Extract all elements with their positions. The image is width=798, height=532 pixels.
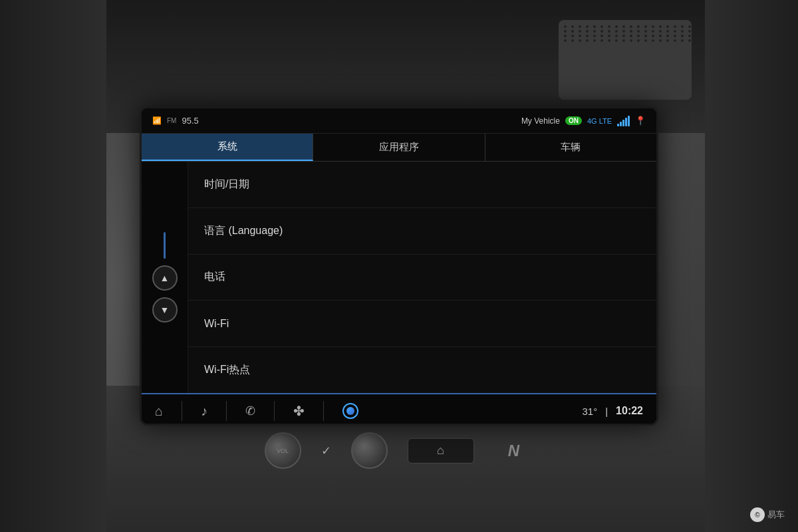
nav-divider-1 bbox=[182, 401, 182, 421]
dashboard-right-surface bbox=[705, 0, 798, 532]
speaker-dot bbox=[666, 39, 669, 42]
speaker-dot bbox=[674, 35, 676, 37]
speaker-dot bbox=[652, 35, 654, 37]
infotainment-screen: 📶 FM 95.5 My Vehicle ON 4G LTE 📍 bbox=[140, 106, 658, 426]
speaker-dot bbox=[688, 30, 691, 33]
speaker-dot bbox=[630, 35, 632, 37]
speaker-dot bbox=[637, 39, 640, 42]
volume-knob[interactable]: VOL bbox=[265, 432, 301, 469]
menu-item-datetime[interactable]: 时间/日期 bbox=[188, 162, 656, 208]
speaker-dot bbox=[600, 25, 603, 28]
speaker-dot bbox=[579, 39, 581, 42]
speaker-dot bbox=[659, 39, 662, 42]
location-icon: 📍 bbox=[635, 116, 646, 126]
speaker-dot bbox=[688, 39, 691, 42]
speaker-dot bbox=[593, 30, 596, 33]
speaker-dot bbox=[674, 39, 676, 42]
ok-knob[interactable] bbox=[351, 432, 388, 469]
nav-right-info: 31° | 10:22 bbox=[582, 405, 643, 417]
speaker-dot bbox=[659, 35, 662, 37]
speaker-dot bbox=[600, 30, 603, 33]
hardware-home-button[interactable]: ⌂ bbox=[408, 438, 474, 464]
speaker-dot bbox=[622, 35, 625, 37]
speaker-dot bbox=[644, 25, 647, 28]
speaker-dot bbox=[586, 39, 589, 42]
speaker-dot bbox=[644, 39, 647, 42]
speaker-dot bbox=[593, 25, 596, 28]
speaker-dot bbox=[644, 35, 647, 37]
speaker-dot bbox=[608, 30, 610, 33]
nav-phone-icon[interactable]: ✆ bbox=[245, 404, 255, 418]
nav-music-icon[interactable]: ♪ bbox=[201, 404, 207, 419]
status-left: 📶 FM 95.5 bbox=[152, 116, 199, 126]
speaker-dot bbox=[637, 25, 640, 28]
check-mark-icon: ✓ bbox=[321, 444, 331, 458]
signal-bar-3 bbox=[622, 120, 624, 126]
speaker-dot bbox=[615, 25, 618, 28]
tab-bar: 系统 应用程序 车辆 bbox=[142, 134, 656, 162]
speaker-dot bbox=[593, 35, 596, 37]
status-right: My Vehicle ON 4G LTE 📍 bbox=[521, 116, 646, 126]
tab-apps[interactable]: 应用程序 bbox=[313, 134, 485, 161]
speaker-dot bbox=[652, 25, 654, 28]
sidebar-indicator-top bbox=[164, 232, 166, 259]
lte-label: 4G LTE bbox=[587, 117, 612, 125]
speaker-dot bbox=[630, 25, 632, 28]
temp-time-separator: | bbox=[605, 406, 608, 417]
speaker-dot bbox=[586, 25, 589, 28]
speaker-dot bbox=[571, 39, 574, 42]
speaker-dot bbox=[564, 25, 567, 28]
speaker-dot bbox=[593, 39, 596, 42]
speaker-dot bbox=[608, 39, 610, 42]
speaker-dot bbox=[615, 39, 618, 42]
speaker-dot bbox=[586, 35, 589, 37]
speaker-dot bbox=[674, 30, 676, 33]
speaker-dot bbox=[579, 30, 581, 33]
speaker-dot bbox=[688, 25, 691, 28]
nav-icons-group: ⌂ ♪ ✆ ✤ bbox=[155, 401, 582, 421]
speaker-dot bbox=[564, 39, 567, 42]
speaker-dot bbox=[608, 35, 610, 37]
watermark-text: 易车 bbox=[767, 509, 785, 521]
speaker-dot bbox=[600, 35, 603, 37]
menu-item-language[interactable]: 语言 (Language) bbox=[188, 208, 656, 255]
car-dashboard: // Will be rendered inline below via JS … bbox=[0, 0, 798, 532]
nav-divider-3 bbox=[274, 401, 275, 421]
on-badge: ON bbox=[565, 116, 582, 125]
speaker-dot bbox=[608, 25, 610, 28]
nfc-button[interactable]: N bbox=[494, 438, 534, 464]
menu-item-phone[interactable]: 电话 bbox=[188, 255, 656, 301]
scroll-up-button[interactable]: ▲ bbox=[152, 265, 178, 291]
nav-divider-2 bbox=[226, 401, 227, 421]
speaker-dot bbox=[579, 35, 581, 37]
signal-bars bbox=[617, 116, 630, 126]
speaker-dot bbox=[571, 35, 574, 37]
hardware-controls-bar: VOL ✓ ⌂ N bbox=[140, 432, 658, 469]
speaker-dot bbox=[666, 25, 669, 28]
tab-vehicle[interactable]: 车辆 bbox=[485, 134, 656, 161]
status-bar: 📶 FM 95.5 My Vehicle ON 4G LTE 📍 bbox=[142, 108, 656, 134]
nav-settings-icon[interactable] bbox=[342, 403, 358, 419]
menu-item-wifi[interactable]: Wi-Fi bbox=[188, 301, 656, 347]
nav-home-icon[interactable]: ⌂ bbox=[155, 404, 163, 419]
radio-antenna-icon: 📶 bbox=[152, 116, 162, 125]
fm-label: FM bbox=[167, 117, 176, 124]
speaker-dot bbox=[579, 25, 581, 28]
speaker-dot bbox=[688, 35, 691, 37]
speaker-dot bbox=[681, 35, 684, 37]
speaker-dot bbox=[659, 30, 662, 33]
scroll-down-button[interactable]: ▼ bbox=[152, 297, 178, 323]
menu-item-wifi-hotspot[interactable]: Wi-Fi热点 bbox=[188, 347, 656, 393]
speaker-dot bbox=[586, 30, 589, 33]
nav-settings-inner bbox=[346, 407, 354, 415]
speaker-dot bbox=[571, 25, 574, 28]
tab-system[interactable]: 系统 bbox=[142, 134, 313, 161]
signal-bar-1 bbox=[617, 124, 619, 126]
speaker-dot bbox=[666, 30, 669, 33]
speaker-dot bbox=[615, 30, 618, 33]
speaker-dot bbox=[652, 39, 654, 42]
watermark-circle: © bbox=[750, 507, 765, 522]
speaker-dot bbox=[637, 35, 640, 37]
vehicle-name: My Vehicle bbox=[521, 116, 560, 126]
nav-apps-icon[interactable]: ✤ bbox=[293, 403, 305, 419]
